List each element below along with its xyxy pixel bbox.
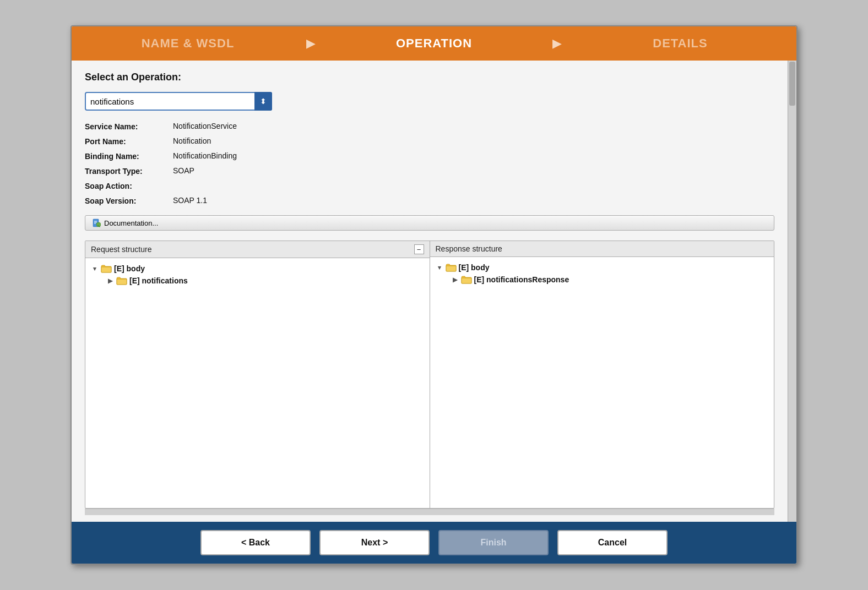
transport-type-label: Transport Type: bbox=[85, 166, 173, 176]
request-tree-root: ▾ [E] body ▶ bbox=[90, 263, 425, 287]
next-button[interactable]: Next > bbox=[319, 530, 430, 555]
port-name-value: Notification bbox=[173, 136, 774, 146]
response-structure-panel: Response structure ▾ [E] body bbox=[430, 241, 774, 508]
response-root-toggle[interactable]: ▾ bbox=[436, 264, 443, 271]
response-child-folder-icon-0 bbox=[461, 275, 472, 284]
main-content: Select an Operation: notifications Servi… bbox=[72, 61, 788, 522]
finish-button[interactable]: Finish bbox=[438, 530, 549, 555]
response-root-folder-icon bbox=[446, 263, 457, 272]
service-name-label: Service Name: bbox=[85, 122, 173, 131]
soap-action-value bbox=[173, 181, 774, 190]
vertical-scrollbar[interactable] bbox=[788, 61, 796, 522]
section-title: Select an Operation: bbox=[85, 72, 774, 83]
request-structure-panel: Request structure − ▾ [E] body bbox=[85, 241, 430, 508]
response-child-toggle-0[interactable]: ▶ bbox=[451, 276, 459, 283]
response-child-row-0[interactable]: ▶ [E] notificationsResponse bbox=[450, 274, 770, 286]
binding-name-value: NotificationBinding bbox=[173, 151, 774, 161]
soap-version-value: SOAP 1.1 bbox=[173, 196, 774, 205]
response-tree-children: ▶ [E] notificationsResponse bbox=[435, 274, 770, 286]
transport-type-value: SOAP bbox=[173, 166, 774, 176]
collapse-request-button[interactable]: − bbox=[414, 244, 424, 254]
operation-select[interactable]: notifications bbox=[85, 92, 272, 111]
wizard-arrow-2: ▶ bbox=[550, 26, 564, 61]
wizard-step-details[interactable]: DETAILS bbox=[564, 26, 796, 61]
doc-icon bbox=[92, 218, 101, 227]
wizard-step-name-wsdl[interactable]: NAME & WSDL bbox=[72, 26, 304, 61]
response-tree-root: ▾ [E] body ▶ bbox=[435, 261, 770, 286]
horizontal-scrollbar[interactable] bbox=[85, 509, 774, 515]
binding-name-label: Binding Name: bbox=[85, 151, 173, 161]
request-child-row-0[interactable]: ▶ [E] notifications bbox=[105, 275, 425, 287]
footer: < Back Next > Finish Cancel bbox=[72, 522, 796, 564]
operation-dropdown-wrapper: notifications bbox=[85, 92, 272, 111]
service-name-value: NotificationService bbox=[173, 122, 774, 131]
request-child-label-0: [E] notifications bbox=[129, 276, 188, 285]
response-structure-title: Response structure bbox=[436, 244, 502, 253]
request-root-folder-icon bbox=[101, 264, 112, 273]
operation-dropdown-row: notifications bbox=[85, 92, 774, 111]
wizard-arrow-1: ▶ bbox=[304, 26, 318, 61]
response-child-label-0: [E] notificationsResponse bbox=[474, 275, 569, 284]
soap-action-label: Soap Action: bbox=[85, 181, 173, 190]
soap-version-label: Soap Version: bbox=[85, 196, 173, 205]
response-structure-header: Response structure bbox=[430, 241, 774, 257]
response-root-row[interactable]: ▾ [E] body bbox=[435, 261, 770, 274]
doc-button-label: Documentation... bbox=[104, 219, 158, 227]
port-name-label: Port Name: bbox=[85, 136, 173, 146]
request-child-toggle-0[interactable]: ▶ bbox=[106, 277, 114, 285]
response-structure-body: ▾ [E] body ▶ bbox=[430, 257, 774, 508]
request-root-toggle[interactable]: ▾ bbox=[91, 265, 99, 272]
documentation-button[interactable]: Documentation... bbox=[85, 215, 774, 231]
back-button[interactable]: < Back bbox=[200, 530, 311, 555]
request-structure-body: ▾ [E] body ▶ bbox=[85, 258, 430, 508]
wizard-step-operation[interactable]: OPERATION bbox=[318, 26, 550, 61]
request-tree-children: ▶ [E] notifications bbox=[90, 275, 425, 287]
request-root-row[interactable]: ▾ [E] body bbox=[90, 263, 425, 275]
response-root-label: [E] body bbox=[459, 263, 490, 272]
request-root-label: [E] body bbox=[114, 264, 145, 273]
properties-grid: Service Name: NotificationService Port N… bbox=[85, 122, 774, 205]
request-structure-title: Request structure bbox=[91, 245, 152, 254]
request-child-folder-icon-0 bbox=[116, 276, 127, 285]
request-structure-header: Request structure − bbox=[85, 241, 430, 258]
scrollbar-thumb[interactable] bbox=[789, 62, 795, 106]
structures-container: Request structure − ▾ [E] body bbox=[85, 241, 774, 509]
wizard-header: NAME & WSDL ▶ OPERATION ▶ DETAILS bbox=[72, 26, 796, 61]
cancel-button[interactable]: Cancel bbox=[557, 530, 668, 555]
